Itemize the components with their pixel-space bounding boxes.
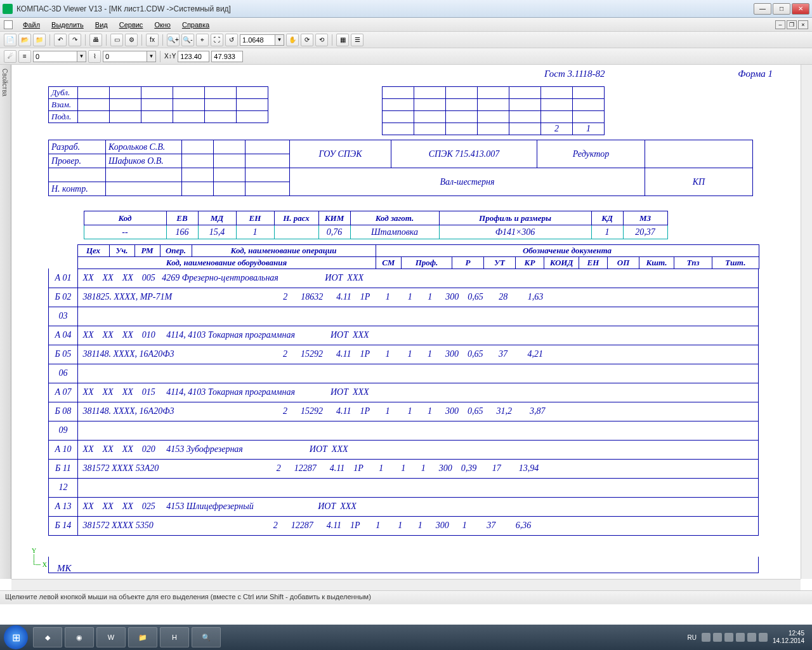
separator bbox=[49, 34, 50, 46]
tray-icon[interactable] bbox=[713, 633, 722, 642]
separator bbox=[85, 34, 86, 46]
table-row: 12 bbox=[49, 478, 759, 497]
tray-lang[interactable]: RU bbox=[687, 634, 696, 641]
tray-icon[interactable] bbox=[702, 633, 710, 642]
vertical-scrollbar[interactable] bbox=[801, 65, 812, 579]
zoom-in-button[interactable]: 🔍+ bbox=[167, 34, 180, 46]
stepper1-dropdown[interactable]: ▼ bbox=[77, 51, 86, 62]
tray-clock[interactable]: 12:45 14.12.2014 bbox=[773, 630, 808, 645]
system-tray[interactable]: RU 12:45 14.12.2014 bbox=[687, 630, 808, 645]
grid-button[interactable]: ▦ bbox=[336, 34, 349, 46]
tray-icon[interactable] bbox=[736, 633, 745, 642]
menu-view[interactable]: Вид bbox=[90, 20, 113, 30]
drawing-canvas[interactable]: Гост 3.1118-82 Форма 1 Дубл. Взам. Подл.… bbox=[11, 65, 801, 579]
zoom-out-button[interactable]: 🔍- bbox=[181, 34, 194, 46]
coord-y-input[interactable] bbox=[211, 51, 243, 62]
menubar: Файл Выделить Вид Сервис Окно Справка – … bbox=[0, 18, 812, 32]
zoom-dropdown[interactable]: ▼ bbox=[275, 34, 284, 46]
mdi-minimize-button[interactable]: – bbox=[775, 20, 785, 29]
table-row: А 13 ХХ ХХ ХХ 025 4153 Шлицефрезерный ИО… bbox=[49, 497, 759, 516]
side-panel[interactable]: Свойства bbox=[0, 65, 11, 579]
columns-header-table: Цех Уч. РМ Опер. Код, наименование опера… bbox=[48, 244, 759, 269]
material-table: Код ЕВ МД ЕН Н. расх КИМ Код загот. Проф… bbox=[48, 211, 668, 239]
table-row: А 10 ХХ ХХ ХХ 020 4153 Зубофрезерная ИОТ… bbox=[49, 440, 759, 459]
layers-button[interactable]: ☰ bbox=[351, 34, 363, 46]
tray-icon[interactable] bbox=[724, 633, 733, 642]
tray-icon[interactable] bbox=[759, 633, 768, 642]
mdi-restore-button[interactable]: ❐ bbox=[787, 20, 797, 29]
mdi-close-button[interactable]: × bbox=[798, 20, 808, 29]
operations-table: А 01 ХХ ХХ ХХ 005 4269 Фрезерно-центрова… bbox=[48, 269, 759, 536]
separator bbox=[162, 34, 163, 46]
print-button[interactable]: 🖶 bbox=[89, 34, 102, 46]
table-row: А 07 ХХ ХХ ХХ 015 4114, 4103 Токарная пр… bbox=[49, 383, 759, 402]
table-row: 06 bbox=[49, 364, 759, 383]
taskbar-app-6[interactable]: 🔍 bbox=[192, 627, 221, 647]
sheet-button[interactable]: ▭ bbox=[110, 34, 123, 46]
window-title: КОМПАС-3D Viewer V13 - [МК лист1.CDW ->С… bbox=[16, 4, 754, 13]
separator bbox=[160, 51, 160, 62]
table-row: Б 02 381825. ХХХХ, МР-71М 2 18632 4.11 1… bbox=[49, 288, 759, 307]
menu-help[interactable]: Справка bbox=[177, 20, 214, 30]
zoom-input[interactable] bbox=[240, 34, 275, 46]
taskbar-app-4[interactable]: 📁 bbox=[128, 627, 157, 647]
properties-button[interactable]: ⚙ bbox=[125, 34, 138, 46]
rotate-button[interactable]: ⟳ bbox=[301, 34, 313, 46]
tray-icon[interactable] bbox=[747, 633, 756, 642]
menu-window[interactable]: Окно bbox=[149, 20, 176, 30]
toolbar-secondary: ☄ ≡ ▼ ⌇ ▼ X↕Y bbox=[0, 48, 812, 65]
maximize-button[interactable]: □ bbox=[773, 3, 790, 15]
menu-file[interactable]: Файл bbox=[18, 20, 45, 30]
filter-button[interactable]: ☄ bbox=[4, 50, 16, 63]
table-row: Б 11 381572 ХХХХ 53А20 2 12287 4.11 1Р 1… bbox=[49, 459, 759, 478]
start-button[interactable]: ⊞ bbox=[4, 625, 28, 649]
gost-label: Гост 3.1118-82 bbox=[544, 69, 605, 79]
coord-x-input[interactable] bbox=[178, 51, 209, 62]
menu-select[interactable]: Выделить bbox=[46, 20, 89, 30]
zoom-prev-button[interactable]: ↺ bbox=[225, 34, 238, 46]
table-row: Б 05 381148. ХХХХ, 16А20Ф3 2 15292 4.11 … bbox=[49, 345, 759, 364]
document-icon bbox=[4, 20, 13, 29]
taskbar-app-1[interactable]: ◆ bbox=[33, 627, 62, 647]
stepper2-dropdown[interactable]: ▼ bbox=[147, 51, 156, 62]
table-row: А 04 ХХ ХХ ХХ 010 4114, 4103 Токарная пр… bbox=[49, 326, 759, 345]
taskbar-app-5[interactable]: H bbox=[160, 627, 189, 647]
taskbar-app-2[interactable]: ◉ bbox=[65, 627, 94, 647]
taskbar: ⊞ ◆ ◉ W 📁 H 🔍 RU 12:45 14.12.2014 bbox=[0, 625, 812, 650]
table-row: 09 bbox=[49, 421, 759, 440]
zoom-window-button[interactable]: ⌖ bbox=[196, 34, 209, 46]
statusbar: Щелкните левой кнопкой мыши на объекте д… bbox=[0, 590, 812, 604]
toolbar-main: 📄 📂 📁 ↶ ↷ 🖶 ▭ ⚙ fx 🔍+ 🔍- ⌖ ⛶ ↺ ▼ ✋ ⟳ ⟲ ▦… bbox=[0, 32, 812, 48]
mk-box bbox=[48, 557, 759, 573]
title-block-table: Разраб. Корольков С.В. ГОУ СПЭК СПЭК 715… bbox=[48, 140, 753, 196]
coordinate-axes-icon: Y│└─ X bbox=[32, 547, 47, 568]
style1-button[interactable]: ≡ bbox=[18, 50, 31, 63]
minimize-button[interactable]: — bbox=[754, 3, 771, 15]
taskbar-app-3[interactable]: W bbox=[96, 627, 126, 647]
header-top-table: Дубл. Взам. Подл. 21 bbox=[48, 86, 605, 135]
zoom-fit-button[interactable]: ⛶ bbox=[211, 34, 223, 46]
stepper1-input[interactable] bbox=[33, 51, 77, 62]
table-row: Б 14 381572 ХХХХ 5350 2 12287 4.11 1Р 1 … bbox=[49, 516, 759, 535]
undo-button[interactable]: ↶ bbox=[54, 34, 67, 46]
variables-button[interactable]: fx bbox=[146, 34, 159, 46]
open-button[interactable]: 📂 bbox=[18, 34, 31, 46]
redraw-button[interactable]: ⟲ bbox=[315, 34, 328, 46]
mk-label: МК bbox=[57, 563, 71, 574]
redo-button[interactable]: ↷ bbox=[69, 34, 81, 46]
separator bbox=[106, 34, 107, 46]
open2-button[interactable]: 📁 bbox=[33, 34, 46, 46]
form-label: Форма 1 bbox=[738, 69, 773, 79]
new-button[interactable]: 📄 bbox=[4, 34, 16, 46]
separator bbox=[141, 34, 142, 46]
horizontal-scrollbar[interactable] bbox=[11, 579, 801, 590]
stepper2-input[interactable] bbox=[103, 51, 147, 62]
side-panel-label: Свойства bbox=[0, 65, 10, 100]
xy-label: X↕Y bbox=[164, 53, 176, 60]
menu-service[interactable]: Сервис bbox=[114, 20, 148, 30]
close-button[interactable]: ✕ bbox=[792, 3, 809, 15]
pan-button[interactable]: ✋ bbox=[286, 34, 299, 46]
status-hint: Щелкните левой кнопкой мыши на объекте д… bbox=[5, 593, 371, 600]
style2-button[interactable]: ⌇ bbox=[88, 50, 101, 63]
table-row: Б 08 381148. ХХХХ, 16А20Ф3 2 15292 4.11 … bbox=[49, 402, 759, 421]
